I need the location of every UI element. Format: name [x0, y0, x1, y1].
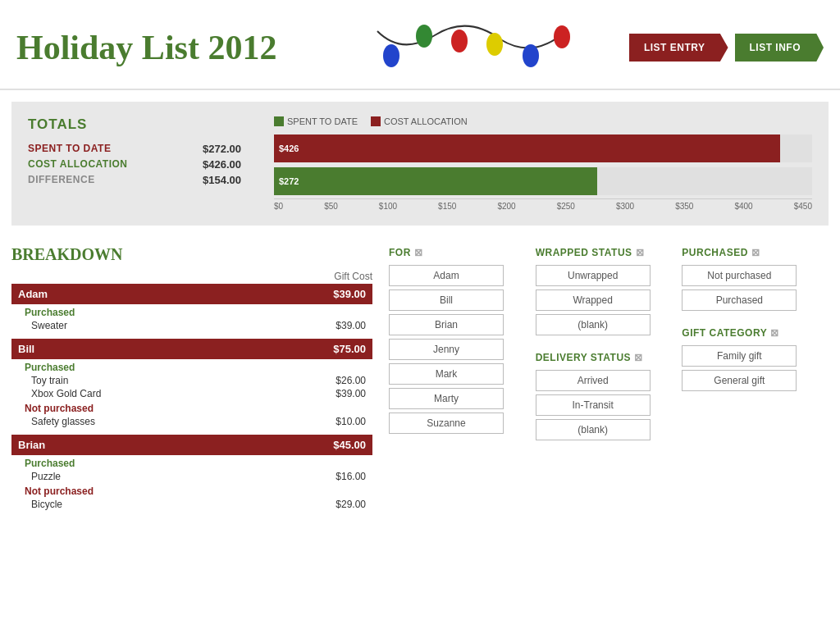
item-name-puzzle: Puzzle — [11, 470, 240, 483]
page-title: Holiday List 2012 — [16, 28, 322, 67]
filter-purchased-icon[interactable]: ⊠ — [751, 247, 760, 258]
axis-50: $50 — [324, 202, 338, 211]
person-name-brian: Brian — [11, 435, 240, 455]
axis-150: $150 — [438, 202, 456, 211]
cost-allocation-label: COST ALLOCATION — [28, 158, 128, 171]
filter-wrapped-col: WRAPPED STATUS ⊠ Unwrapped Wrapped (blan… — [536, 245, 682, 442]
totals-row-difference: DIFFERENCE $154.00 — [28, 174, 241, 186]
filter-family-gift[interactable]: Family gift — [682, 345, 797, 367]
person-total-bill: $75.00 — [240, 339, 372, 359]
difference-value: $154.00 — [203, 174, 241, 186]
chart-axis: $0 $50 $100 $150 $200 $250 $300 $350 $40… — [274, 198, 812, 211]
list-info-button[interactable]: LIST INFO — [735, 34, 824, 62]
filter-for-heading: FOR ⊠ — [389, 245, 527, 263]
axis-100: $100 — [379, 202, 397, 211]
svg-point-1 — [383, 44, 399, 67]
filter-gift-group: Family gift General gift — [682, 344, 820, 393]
totals-left: TOTALS SPENT TO DATE $272.00 COST ALLOCA… — [28, 116, 241, 211]
svg-point-3 — [416, 25, 432, 48]
bar-allocation-fill — [274, 134, 780, 162]
status-label-purchased-adam: Purchased — [11, 304, 372, 319]
filter-for-bill[interactable]: Bill — [389, 289, 504, 311]
axis-300: $300 — [616, 202, 634, 211]
item-safety-glasses: Safety glasses $10.00 — [11, 415, 372, 428]
breakdown-col-header: Gift Cost — [11, 271, 372, 284]
item-bicycle: Bicycle $29.00 — [11, 498, 372, 511]
filter-wrapped-group: Unwrapped Wrapped (blank) — [536, 263, 674, 337]
filter-for-marty[interactable]: Marty — [389, 388, 504, 409]
filter-delivery-icon[interactable]: ⊠ — [634, 352, 643, 363]
legend-spent-box — [274, 116, 284, 126]
status-purchased-bill: Purchased — [11, 359, 372, 374]
person-row-bill: Bill $75.00 — [11, 339, 372, 359]
bar-spent-fill — [274, 167, 597, 195]
difference-label: DIFFERENCE — [28, 174, 95, 186]
axis-200: $200 — [497, 202, 515, 211]
filter-wrapped[interactable]: Wrapped — [536, 289, 651, 311]
filter-delivery-blank[interactable]: (blank) — [536, 419, 651, 440]
col-gift-cost: Gift Cost — [240, 271, 372, 284]
filter-gift-icon[interactable]: ⊠ — [770, 327, 779, 339]
item-cost-xbox-gold: $39.00 — [240, 387, 372, 400]
filter-for-col: FOR ⊠ Adam Bill Brian Jenny Mark Marty S… — [389, 245, 536, 442]
breakdown-section: BREAKDOWN Gift Cost Adam $39.00 Purchase… — [11, 245, 372, 511]
item-cost-toy-train: $26.00 — [240, 374, 372, 387]
filter-general-gift[interactable]: General gift — [682, 370, 797, 391]
filter-delivery-group: Arrived In-Transit (blank) — [536, 368, 674, 442]
svg-point-11 — [554, 25, 570, 48]
legend-spent: SPENT TO DATE — [274, 116, 358, 126]
filter-purchased-heading: PURCHASED ⊠ — [682, 245, 820, 263]
filter-arrived[interactable]: Arrived — [536, 370, 651, 391]
filter-for-group: Adam Bill Brian Jenny Mark Marty Suzanne — [389, 263, 527, 435]
chart-area: SPENT TO DATE COST ALLOCATION $426 $272 — [274, 116, 812, 211]
item-sweater: Sweater $39.00 — [11, 319, 372, 332]
main-content: BREAKDOWN Gift Cost Adam $39.00 Purchase… — [0, 237, 840, 519]
bar-allocation-label: $426 — [279, 144, 299, 153]
person-row-brian: Brian $45.00 — [11, 435, 372, 455]
filters-section: FOR ⊠ Adam Bill Brian Jenny Mark Marty S… — [389, 245, 829, 511]
filter-wrapped-icon[interactable]: ⊠ — [636, 247, 645, 258]
svg-point-7 — [486, 33, 503, 56]
status-not-purchased-brian: Not purchased — [11, 483, 372, 498]
header-decoration — [322, 15, 628, 80]
filter-for-suzanne[interactable]: Suzanne — [389, 413, 504, 434]
item-puzzle: Puzzle $16.00 — [11, 470, 372, 483]
item-cost-bicycle: $29.00 — [240, 498, 372, 511]
filter-purchased-col: PURCHASED ⊠ Not purchased Purchased GIFT… — [682, 245, 829, 442]
axis-400: $400 — [734, 202, 752, 211]
filter-wrapped-blank[interactable]: (blank) — [536, 314, 651, 335]
spent-to-date-value: $272.00 — [203, 143, 241, 155]
person-name-adam: Adam — [11, 284, 240, 304]
filter-delivery-heading: DELIVERY STATUS ⊠ — [536, 350, 674, 368]
filter-gift-category-sub: GIFT CATEGORY ⊠ Family gift General gift — [682, 326, 820, 393]
bar-spent-label: $272 — [279, 176, 299, 186]
status-label-not-purchased-bill: Not purchased — [11, 400, 372, 415]
status-purchased-brian: Purchased — [11, 455, 372, 470]
item-name-toy-train: Toy train — [11, 374, 240, 387]
svg-point-9 — [523, 44, 539, 67]
status-purchased-adam: Purchased — [11, 304, 372, 319]
item-cost-sweater: $39.00 — [240, 319, 372, 332]
filter-wrapped-heading: WRAPPED STATUS ⊠ — [536, 245, 674, 263]
filter-for-mark[interactable]: Mark — [389, 363, 504, 385]
filter-not-purchased[interactable]: Not purchased — [682, 265, 797, 286]
filter-purchased[interactable]: Purchased — [682, 289, 797, 311]
item-toy-train: Toy train $26.00 — [11, 374, 372, 387]
axis-350: $350 — [675, 202, 693, 211]
axis-450: $450 — [794, 202, 812, 211]
list-entry-button[interactable]: LIST ENTRY — [629, 34, 728, 62]
filter-for-brian[interactable]: Brian — [389, 314, 504, 335]
filter-for-jenny[interactable]: Jenny — [389, 339, 504, 360]
item-name-xbox-gold: Xbox Gold Card — [11, 387, 240, 400]
filter-for-adam[interactable]: Adam — [389, 265, 504, 286]
filter-in-transit[interactable]: In-Transit — [536, 394, 651, 416]
breakdown-heading: BREAKDOWN — [11, 245, 372, 264]
header-buttons: LIST ENTRY LIST INFO — [629, 34, 824, 62]
item-name-safety-glasses: Safety glasses — [11, 415, 240, 428]
filter-unwrapped[interactable]: Unwrapped — [536, 265, 651, 286]
status-label-purchased-brian: Purchased — [11, 455, 372, 470]
filter-for-icon[interactable]: ⊠ — [414, 247, 423, 258]
svg-point-5 — [451, 30, 468, 52]
item-cost-safety-glasses: $10.00 — [240, 415, 372, 428]
bar-spent: $272 — [274, 167, 812, 195]
